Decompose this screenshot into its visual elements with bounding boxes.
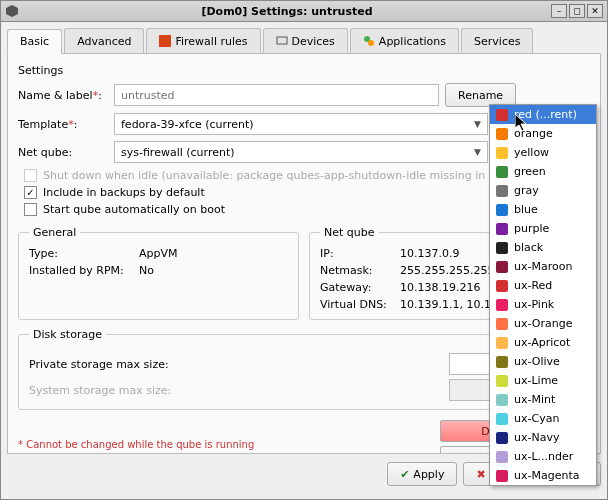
color-option-label: ux-Red — [514, 279, 552, 292]
color-option[interactable]: ux-Mint — [490, 390, 596, 409]
color-option-label: yellow — [514, 146, 549, 159]
svg-rect-1 — [159, 35, 171, 47]
color-dropdown[interactable]: red (...rent)orangeyellowgreengraybluepu… — [489, 104, 597, 486]
color-option[interactable]: ux-Pink — [490, 295, 596, 314]
general-fieldset: General Type:AppVM Installed by RPM:No — [18, 226, 299, 320]
color-option-label: ux-Olive — [514, 355, 560, 368]
type-value: AppVM — [139, 247, 178, 260]
gw-value: 10.138.19.216 — [400, 281, 480, 294]
color-option-label: ux-Navy — [514, 431, 559, 444]
general-legend: General — [29, 226, 80, 239]
maximize-button[interactable]: ◻ — [569, 4, 585, 18]
color-swatch-icon — [496, 337, 508, 349]
tab-basic[interactable]: Basic — [7, 29, 62, 54]
mask-value: 255.255.255.255 — [400, 264, 494, 277]
color-option[interactable]: ux-Lime — [490, 371, 596, 390]
color-swatch-icon — [496, 128, 508, 140]
color-option[interactable]: ux-Apricot — [490, 333, 596, 352]
shutdown-idle-label: Shut down when idle (unavailable: packag… — [43, 169, 564, 182]
rpm-key: Installed by RPM: — [29, 264, 139, 277]
window-body: Basic Advanced Firewall rules Devices Ap… — [0, 22, 608, 500]
applications-icon — [363, 35, 375, 47]
netqube-select[interactable]: sys-firewall (current)▼ — [114, 141, 488, 163]
color-option-label: ux-L...nder — [514, 450, 573, 463]
color-option[interactable]: ux-Olive — [490, 352, 596, 371]
color-swatch-icon — [496, 185, 508, 197]
name-label: Name & label*: — [18, 89, 108, 102]
rpm-value: No — [139, 264, 154, 277]
color-option-label: gray — [514, 184, 539, 197]
priv-storage-label: Private storage max size: — [29, 358, 189, 371]
color-option[interactable]: orange — [490, 124, 596, 143]
tab-advanced[interactable]: Advanced — [64, 28, 144, 53]
color-option[interactable]: ux-Navy — [490, 428, 596, 447]
color-swatch-icon — [496, 432, 508, 444]
disk-legend: Disk storage — [29, 328, 106, 341]
color-option-label: ux-Cyan — [514, 412, 559, 425]
tab-devices-label: Devices — [292, 35, 335, 48]
chevron-down-icon: ▼ — [474, 147, 481, 157]
color-option-label: black — [514, 241, 543, 254]
name-input[interactable] — [114, 84, 439, 106]
autostart-checkbox[interactable] — [24, 203, 37, 216]
color-option-label: orange — [514, 127, 553, 140]
tab-advanced-label: Advanced — [77, 35, 131, 48]
color-option[interactable]: ux-Orange — [490, 314, 596, 333]
autostart-label: Start qube automatically on boot — [43, 203, 225, 216]
type-key: Type: — [29, 247, 139, 260]
color-option[interactable]: green — [490, 162, 596, 181]
color-option[interactable]: ux-Magenta — [490, 466, 596, 485]
color-swatch-icon — [496, 356, 508, 368]
backups-checkbox[interactable]: ✓ — [24, 186, 37, 199]
color-swatch-icon — [496, 318, 508, 330]
color-option[interactable]: blue — [490, 200, 596, 219]
mask-key: Netmask: — [320, 264, 400, 277]
apply-button[interactable]: ✔Apply — [387, 462, 457, 486]
template-select[interactable]: fedora-39-xfce (current)▼ — [114, 113, 488, 135]
svg-marker-0 — [6, 5, 18, 17]
color-option[interactable]: ux-Red — [490, 276, 596, 295]
apply-label: Apply — [413, 468, 444, 481]
x-icon: ✖ — [476, 468, 485, 481]
tab-firewall-label: Firewall rules — [175, 35, 247, 48]
netqube-label: Net qube: — [18, 146, 108, 159]
color-swatch-icon — [496, 109, 508, 121]
tab-applications[interactable]: Applications — [350, 28, 459, 53]
settings-heading: Settings — [18, 64, 590, 77]
color-swatch-icon — [496, 204, 508, 216]
color-option[interactable]: ux-L...nder — [490, 447, 596, 466]
color-option[interactable]: gray — [490, 181, 596, 200]
color-swatch-icon — [496, 242, 508, 254]
color-swatch-icon — [496, 413, 508, 425]
color-option[interactable]: ux-Maroon — [490, 257, 596, 276]
color-swatch-icon — [496, 299, 508, 311]
color-option[interactable]: purple — [490, 219, 596, 238]
color-option-label: ux-Magenta — [514, 469, 579, 482]
color-option[interactable]: yellow — [490, 143, 596, 162]
tab-devices[interactable]: Devices — [263, 28, 348, 53]
color-option-label: red (...rent) — [514, 108, 577, 121]
color-option[interactable]: black — [490, 238, 596, 257]
tab-firewall[interactable]: Firewall rules — [146, 28, 260, 53]
tab-basic-label: Basic — [20, 35, 49, 48]
color-swatch-icon — [496, 394, 508, 406]
tab-services-label: Services — [474, 35, 520, 48]
close-button[interactable]: ✕ — [587, 4, 603, 18]
color-option-label: ux-Orange — [514, 317, 572, 330]
color-option[interactable]: ux-Cyan — [490, 409, 596, 428]
tab-applications-label: Applications — [379, 35, 446, 48]
color-swatch-icon — [496, 223, 508, 235]
color-option-label: blue — [514, 203, 538, 216]
tab-bar: Basic Advanced Firewall rules Devices Ap… — [7, 28, 601, 54]
color-option-label: ux-Maroon — [514, 260, 572, 273]
color-swatch-icon — [496, 261, 508, 273]
window-title: [Dom0] Settings: untrusted — [23, 5, 551, 18]
minimize-button[interactable]: – — [551, 4, 567, 18]
color-option[interactable]: red (...rent) — [490, 105, 596, 124]
color-swatch-icon — [496, 470, 508, 482]
backups-label: Include in backups by default — [43, 186, 205, 199]
color-swatch-icon — [496, 451, 508, 463]
color-swatch-icon — [496, 166, 508, 178]
titlebar: [Dom0] Settings: untrusted – ◻ ✕ — [0, 0, 608, 22]
tab-services[interactable]: Services — [461, 28, 533, 53]
